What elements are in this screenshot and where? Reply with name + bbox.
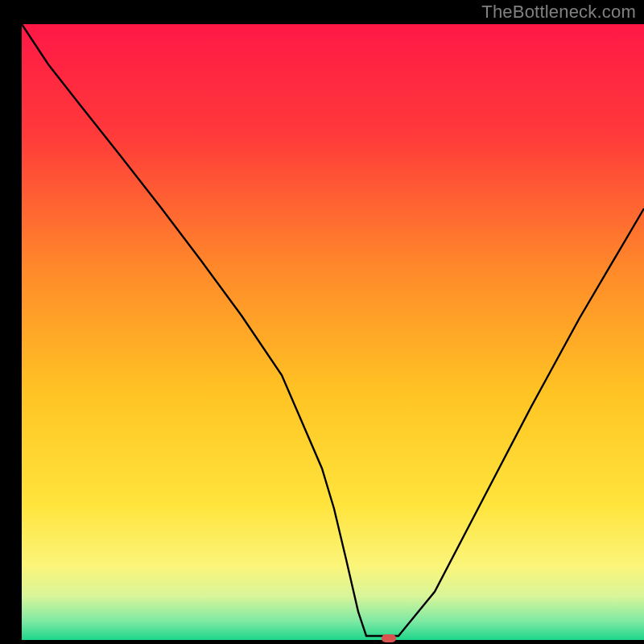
gradient-background [22,24,644,640]
bottleneck-chart [0,0,644,644]
watermark-text: TheBottleneck.com [481,2,636,23]
optimal-marker [382,634,396,642]
chart-container: TheBottleneck.com [0,0,644,644]
